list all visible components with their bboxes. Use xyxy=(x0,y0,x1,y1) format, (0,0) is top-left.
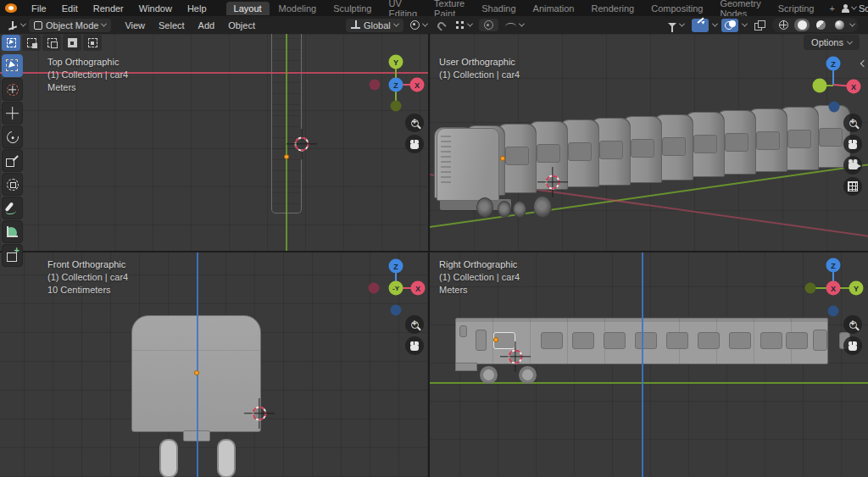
pan-button[interactable] xyxy=(405,135,424,153)
gizmo-axis-neg-y[interactable] xyxy=(805,283,816,294)
falloff-dropdown[interactable] xyxy=(502,18,527,32)
select-intersect-icon xyxy=(88,38,97,47)
xray-toggle[interactable] xyxy=(751,19,768,32)
gizmo-axis-y[interactable] xyxy=(813,79,827,93)
gizmo-axis-x[interactable]: X xyxy=(410,78,425,92)
menu-edit[interactable]: Edit xyxy=(54,2,86,15)
tab-shading[interactable]: Shading xyxy=(474,2,523,15)
tool-scale[interactable] xyxy=(2,149,23,172)
gizmo-axis-x[interactable]: X xyxy=(826,281,841,296)
gizmo-axis-neg-z[interactable] xyxy=(391,305,402,316)
tool-add-cube[interactable] xyxy=(2,244,23,267)
orthographic-toggle-button[interactable] xyxy=(843,177,862,196)
editor-type-button[interactable] xyxy=(4,19,29,32)
tab-compositing[interactable]: Compositing xyxy=(643,2,710,15)
snap-target-dropdown[interactable] xyxy=(452,19,476,31)
navigation-gizmo[interactable]: Z Y X xyxy=(808,263,860,315)
tab-scripting[interactable]: Scripting xyxy=(771,2,822,15)
select-mode-set[interactable] xyxy=(2,35,20,51)
quad-viewport[interactable]: Top Orthographic (1) Collection | car4 M… xyxy=(0,34,868,477)
gizmo-axis-x[interactable]: X xyxy=(847,80,861,94)
viewport-divider-horizontal[interactable] xyxy=(0,251,868,252)
tool-measure[interactable] xyxy=(2,220,23,243)
zoom-button[interactable] xyxy=(843,114,862,132)
grid-icon xyxy=(848,181,858,191)
gizmo-axis-neg-y[interactable]: -Y xyxy=(389,281,403,296)
select-mode-invert[interactable] xyxy=(63,35,81,51)
gizmo-axis-y[interactable]: Y xyxy=(389,55,403,69)
overlays-dropdown[interactable] xyxy=(742,21,748,27)
menu-select[interactable]: Select xyxy=(152,19,192,32)
gizmo-axis-x[interactable]: X xyxy=(411,281,426,296)
tab-geometry-nodes[interactable]: Geometry Nodes xyxy=(712,0,768,16)
tab-texture-paint[interactable]: Texture Paint xyxy=(426,0,472,16)
menu-window[interactable]: Window xyxy=(131,2,180,15)
shading-solid-button[interactable] xyxy=(794,19,810,31)
mode-dropdown[interactable]: Object Mode xyxy=(29,19,111,32)
orientation-dropdown[interactable]: Global xyxy=(346,19,403,32)
navigation-gizmo[interactable]: Z X xyxy=(808,55,860,108)
tab-modeling[interactable]: Modeling xyxy=(271,2,325,15)
gizmo-axis-neg-y[interactable] xyxy=(391,101,402,112)
shading-wireframe-button[interactable] xyxy=(776,19,791,31)
tool-cursor[interactable] xyxy=(2,78,23,101)
gizmo-axis-neg-x[interactable] xyxy=(370,80,381,91)
gizmo-axis-neg-z[interactable] xyxy=(829,102,840,113)
menu-help[interactable]: Help xyxy=(180,2,214,15)
tab-layout[interactable]: Layout xyxy=(226,2,270,15)
select-mode-subtract[interactable] xyxy=(42,35,61,51)
gizmo-axis-z[interactable]: Z xyxy=(826,258,841,273)
select-mode-intersect[interactable] xyxy=(83,35,102,51)
blender-logo-icon[interactable] xyxy=(5,3,17,13)
menu-render[interactable]: Render xyxy=(86,2,131,15)
pan-button[interactable] xyxy=(405,336,424,355)
viewport-divider-vertical[interactable] xyxy=(428,34,430,477)
tool-move[interactable] xyxy=(2,102,23,125)
overlays-toggle[interactable] xyxy=(721,19,738,32)
gizmo-axis-z[interactable]: Z xyxy=(826,57,841,71)
gizmo-axis-z[interactable]: Z xyxy=(389,259,403,274)
menu-add[interactable]: Add xyxy=(192,19,222,32)
gizmos-dropdown[interactable] xyxy=(712,21,718,27)
viewport-user[interactable]: User Orthographic (1) Collection | car4 … xyxy=(430,34,868,251)
tool-rotate[interactable] xyxy=(2,125,23,148)
navigation-gizmo[interactable]: Y X Z xyxy=(370,57,423,109)
gizmo-axis-neg-z[interactable] xyxy=(828,306,839,317)
viewport-top[interactable]: Top Orthographic (1) Collection | car4 M… xyxy=(0,34,428,251)
gizmos-toggle[interactable] xyxy=(692,19,709,32)
menu-view[interactable]: View xyxy=(118,19,152,32)
gizmo-axis-neg-x[interactable] xyxy=(369,283,380,294)
shading-material-button[interactable] xyxy=(813,19,828,31)
pivot-point-dropdown[interactable] xyxy=(407,19,431,31)
add-workspace-button[interactable]: + xyxy=(823,2,840,15)
zoom-button[interactable] xyxy=(843,315,862,334)
menu-object[interactable]: Object xyxy=(221,19,262,32)
tab-animation[interactable]: Animation xyxy=(526,2,582,15)
select-mode-extend[interactable] xyxy=(22,35,41,51)
navigation-gizmo[interactable]: Z X -Y xyxy=(370,263,423,315)
proportional-editing-toggle[interactable] xyxy=(479,19,498,31)
tool-transform[interactable] xyxy=(2,173,23,196)
tab-sculpting[interactable]: Sculpting xyxy=(326,2,379,15)
viewport-right[interactable]: Right Orthographic (1) Collection | car4… xyxy=(430,252,868,477)
tab-rendering[interactable]: Rendering xyxy=(583,2,642,15)
tab-uv-editing[interactable]: UV Editing xyxy=(381,0,425,16)
gizmo-axis-z[interactable]: Z xyxy=(389,78,403,92)
shading-dropdown[interactable] xyxy=(849,21,855,27)
tool-annotate[interactable] xyxy=(2,197,23,219)
options-button[interactable]: Options xyxy=(804,35,860,50)
pan-button[interactable] xyxy=(843,135,862,153)
scene-selector[interactable]: Scene xyxy=(841,3,868,14)
viewport-front[interactable]: Front Orthographic (1) Collection | car4… xyxy=(0,252,428,477)
pan-button[interactable] xyxy=(843,336,862,355)
gizmo-axis-y[interactable]: Y xyxy=(849,281,864,296)
tool-select-box[interactable] xyxy=(2,54,23,77)
camera-view-button[interactable] xyxy=(843,156,862,175)
shading-rendered-button[interactable] xyxy=(832,19,847,31)
zoom-button[interactable] xyxy=(405,114,424,132)
menu-file[interactable]: File xyxy=(24,2,54,15)
snap-toggle[interactable] xyxy=(434,19,448,31)
sidebar-toggle-icon[interactable] xyxy=(860,60,867,67)
selectability-filter-dropdown[interactable] xyxy=(665,21,687,29)
zoom-button[interactable] xyxy=(405,315,424,334)
